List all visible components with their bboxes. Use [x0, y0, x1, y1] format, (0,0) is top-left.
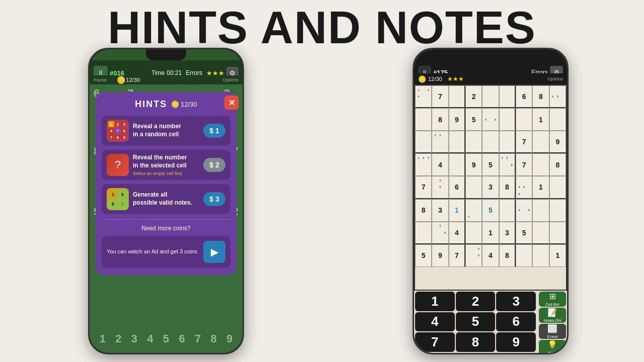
num-5[interactable]: 5 — [163, 332, 169, 345]
key-3[interactable]: 3 — [496, 292, 536, 311]
cell-0-6[interactable]: 6 — [516, 85, 532, 108]
cell-3-4[interactable]: 5 — [482, 153, 499, 176]
cell-7-7[interactable] — [532, 244, 549, 267]
cell-2-7[interactable] — [532, 131, 549, 153]
cell-2-5[interactable] — [499, 131, 516, 153]
ad-item[interactable]: You can watch an Ad and get 3 coins ▶ — [102, 236, 230, 268]
cell-5-1[interactable]: 3 — [432, 199, 448, 222]
cell-3-8[interactable]: 8 — [549, 153, 566, 176]
hint-cost-random[interactable]: $ 1 — [203, 124, 225, 138]
cell-7-0[interactable]: 5 — [415, 244, 432, 267]
cell-0-7[interactable]: 8 — [532, 85, 549, 108]
cell-4-0[interactable]: 7 — [415, 176, 432, 199]
cell-0-1[interactable]: 7 — [432, 85, 448, 108]
cell-6-3[interactable] — [465, 222, 482, 244]
num-1[interactable]: 1 — [100, 332, 106, 345]
key-7[interactable]: 7 — [415, 332, 455, 352]
cell-4-6[interactable]: 45 9 — [516, 176, 532, 199]
cell-3-0[interactable]: 123 — [415, 153, 432, 176]
num-2[interactable]: 2 — [115, 332, 121, 345]
cell-3-7[interactable] — [532, 153, 549, 176]
key-2[interactable]: 2 — [456, 292, 496, 311]
cell-4-2[interactable]: 6 — [449, 176, 465, 199]
cell-0-3[interactable]: 2 — [465, 85, 482, 108]
cell-1-1[interactable]: 8 — [432, 108, 448, 131]
cell-0-0[interactable]: 1 34 — [415, 85, 432, 108]
cell-6-2[interactable]: 4 — [449, 222, 465, 244]
cell-3-1[interactable]: 4 — [432, 153, 448, 176]
cell-7-8[interactable]: 1 — [549, 244, 566, 267]
cell-0-8[interactable]: 45 — [549, 85, 566, 108]
cell-4-8[interactable] — [549, 176, 566, 199]
hint-cost-notes[interactable]: $ 3 — [203, 192, 225, 206]
cell-1-4[interactable]: 4 6 — [482, 108, 499, 131]
cell-4-3[interactable] — [465, 176, 482, 199]
num-3[interactable]: 3 — [131, 332, 137, 345]
cell-3-5[interactable]: 12 6 — [499, 153, 516, 176]
cell-4-1[interactable]: 2 5 — [432, 176, 448, 199]
cell-4-4[interactable]: 3 — [482, 176, 499, 199]
num-7[interactable]: 7 — [195, 332, 201, 345]
cell-7-5[interactable]: 8 — [499, 244, 516, 267]
cell-0-5[interactable] — [499, 85, 516, 108]
cell-5-5[interactable] — [499, 199, 516, 222]
cell-5-0[interactable]: 8 — [415, 199, 432, 222]
cell-2-2[interactable] — [449, 131, 465, 153]
cell-6-0[interactable] — [415, 222, 432, 244]
cell-6-4[interactable]: 1 — [482, 222, 499, 244]
cell-7-2[interactable]: 7 — [449, 244, 465, 267]
cell-5-3[interactable]: 7 — [465, 199, 482, 222]
cell-7-1[interactable]: 9 — [432, 244, 448, 267]
hints-button[interactable]: 💡 Hints — [539, 340, 566, 353]
key-9[interactable]: 9 — [496, 332, 536, 352]
num-8[interactable]: 8 — [210, 332, 216, 345]
cell-5-8[interactable] — [549, 199, 566, 222]
hint-item-random[interactable]: 1 2 3 4 ? 6 7 8 9 Reveal a number in a r… — [102, 116, 230, 146]
cell-5-7[interactable] — [532, 199, 549, 222]
cell-2-1[interactable]: 25 — [432, 131, 448, 153]
cell-2-0[interactable] — [415, 131, 432, 153]
cell-5-4[interactable]: 5 — [482, 199, 499, 222]
cell-7-6[interactable] — [516, 244, 532, 267]
hint-cost-selected[interactable]: $ 2 — [203, 158, 225, 172]
cell-1-0[interactable] — [415, 108, 432, 131]
cell-1-8[interactable] — [549, 108, 566, 131]
close-modal-button[interactable]: ✕ — [224, 96, 238, 110]
key-4[interactable]: 4 — [415, 312, 455, 332]
cell-2-8[interactable]: 9 — [549, 131, 566, 153]
cell-6-8[interactable] — [549, 222, 566, 244]
ad-button[interactable]: ▶ — [203, 241, 225, 263]
key-6[interactable]: 6 — [496, 312, 536, 332]
cell-7-4[interactable]: 4 — [482, 244, 499, 267]
cell-bot-button[interactable]: ⊞ Cell Bot — [539, 292, 566, 307]
key-1[interactable]: 1 — [415, 292, 455, 311]
cell-1-7[interactable]: 1 — [532, 108, 549, 131]
cell-0-4[interactable] — [482, 85, 499, 108]
cell-3-3[interactable]: 9 — [465, 153, 482, 176]
cell-7-3[interactable]: 3 6 — [465, 244, 482, 267]
num-9[interactable]: 9 — [226, 332, 232, 345]
cell-4-7[interactable]: 1 — [532, 176, 549, 199]
cell-3-6[interactable]: 7 — [516, 153, 532, 176]
cell-6-7[interactable] — [532, 222, 549, 244]
cell-3-2[interactable] — [449, 153, 465, 176]
cell-5-2[interactable]: 1 — [449, 199, 465, 222]
hint-item-selected[interactable]: ? Reveal the number in the selected cell… — [102, 150, 230, 180]
cell-1-5[interactable] — [499, 108, 516, 131]
cell-2-4[interactable] — [482, 131, 499, 153]
num-4[interactable]: 4 — [147, 332, 153, 345]
key-8[interactable]: 8 — [456, 332, 496, 352]
cell-2-6[interactable]: 7 — [516, 131, 532, 153]
cell-4-5[interactable]: 8 — [499, 176, 516, 199]
cell-6-5[interactable]: 3 — [499, 222, 516, 244]
hint-item-notes[interactable]: 1 5 8 3 Generate all possible valid note… — [102, 184, 230, 214]
key-5[interactable]: 5 — [456, 312, 496, 332]
cell-5-6[interactable]: 4 6 — [516, 199, 532, 222]
cell-2-3[interactable] — [465, 131, 482, 153]
notes-on-button[interactable]: 📝 Notes ON — [539, 308, 566, 323]
cell-1-3[interactable]: 5 — [465, 108, 482, 131]
cell-6-1[interactable]: 2 6 — [432, 222, 448, 244]
num-6[interactable]: 6 — [179, 332, 185, 345]
erase-button[interactable]: ⬜ Erase — [539, 324, 566, 339]
cell-0-2[interactable] — [449, 85, 465, 108]
